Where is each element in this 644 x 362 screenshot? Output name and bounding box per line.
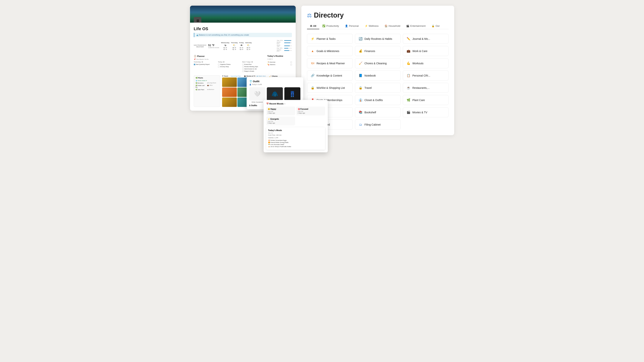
planner-columns: Yesterday 3 Start Quarterly Report Today… (194, 61, 265, 73)
meal-1: 🥚 Perfect Scrambled Eggs (268, 139, 323, 141)
tab-out-icon: 🔒 (432, 24, 434, 27)
weather-day-thu: Thursday ⛅ 56 °F51 °F (231, 42, 238, 50)
card-filing-cabinet-icon: 🗂 (358, 123, 363, 126)
card-knowledge-label: Knowledge & Content (316, 74, 342, 77)
card-bookshelf[interactable]: 📚 Bookshelf (355, 107, 400, 117)
card-work-care-icon: 💼 (406, 49, 410, 53)
meals-card: Today's Meals Dec 21 Cook Time: 100 min … (266, 127, 325, 150)
plant-monstera: 🌿 Monstera (196, 82, 207, 84)
directory-header: ⚖ Directory (307, 11, 448, 19)
card-personal-cri-icon: 📋 (406, 74, 410, 77)
card-closet-label: Closet & Outfits (364, 99, 383, 102)
plant-fiddle: 🌿 Fiddle Leaf Fig (196, 85, 207, 88)
card-bookshelf-icon: 📚 (358, 110, 363, 114)
card-chores[interactable]: 🧹 Chores & Cleaning (355, 58, 400, 68)
card-goals-icon: ▲ (310, 49, 315, 53)
card-movies-tv[interactable]: 🎬 Movies & TV (403, 107, 448, 117)
card-knowledge-icon: 🔗 (310, 74, 315, 77)
card-work-care[interactable]: 💼 Work & Care (403, 46, 448, 56)
card-daily-routines-label: Daily Routines & Habits (364, 37, 392, 40)
tab-all[interactable]: ⚖ All (307, 23, 320, 29)
card-recipes-label: Recipes & Meal Planner (316, 62, 345, 65)
tab-all-label: All (313, 24, 316, 27)
tab-productivity-icon: ✅ (322, 24, 325, 27)
card-travel[interactable]: 🔒 Travel (355, 83, 400, 93)
card-workouts[interactable]: 💪 Workouts (403, 58, 448, 68)
card-notebook[interactable]: 📘 Notebook (355, 70, 400, 80)
planner-icon: 📋 (194, 55, 196, 57)
card-chores-label: Chores & Cleaning (364, 62, 387, 65)
tab-personal-icon: 👤 (345, 24, 348, 27)
card-planner-tasks[interactable]: ⚡ Planner & Tasks (307, 34, 353, 44)
directory-grid: ⚡ Planner & Tasks 🔄 Daily Routines & Hab… (307, 34, 448, 129)
outfit-sweatshirt[interactable]: 🤍 White Sweatshirt (249, 87, 265, 103)
card-finances-label: Finances (364, 49, 375, 53)
planner-title: 📋 Planner (194, 55, 265, 57)
card-knowledge[interactable]: 🔗 Knowledge & Content (307, 70, 353, 80)
meal-3: 🥗 Corn Avocado Salad (268, 144, 323, 145)
card-workouts-label: Workouts (412, 62, 424, 65)
mood-meals-overlay: 📅 Recent Moods ▾ 😊 Happy Last Felt 2 day… (264, 100, 328, 152)
tab-out[interactable]: 🔒 Out (428, 23, 442, 29)
card-wishlist[interactable]: 🔒 Wishlist & Shopping List (307, 83, 353, 93)
card-bookshelf-label: Bookshelf (364, 111, 376, 114)
card-goals-label: Goals & Milestones (316, 49, 340, 53)
card-recipes[interactable]: 🍽 Recipes & Meal Planner (307, 58, 353, 68)
tab-personal[interactable]: 👤 Personal (342, 23, 362, 29)
card-recipes-icon: 🍽 (310, 62, 315, 65)
card-finances-icon: 💰 (358, 49, 363, 53)
tab-productivity-label: Productivity (326, 24, 339, 27)
routine-exercise: 🏃 Exercise (267, 61, 292, 63)
weather-temp: 51 °F (208, 44, 219, 47)
stats-bars: Year: 91% Month: 81% Week: 74% Day: 56% … (277, 40, 292, 52)
tab-entertainment-label: Entertainment (410, 24, 426, 27)
page-wrapper: 🖥 Life OS 🌊 Balance is not something you… (190, 6, 454, 135)
card-filing-cabinet[interactable]: 🗂 Filing Cabinet (355, 119, 400, 129)
directory-tabs: ⚖ All ✅ Productivity 👤 Personal ⚡ Wellne… (307, 23, 448, 29)
card-wishlist-label: Wishlist & Shopping List (316, 86, 345, 89)
meals-cook-time: Cook Time: 100 min (268, 134, 323, 136)
meal-4: 🍝 Jon & Vinny's Fusilli alla Vodka (268, 146, 323, 147)
card-restaurants-icon: ☕ (406, 86, 410, 89)
weather-section: SAN FRANCISCOWEATHER 51 °F scattered clo… (194, 40, 292, 52)
card-daily-routines-icon: 🔄 (358, 37, 363, 40)
tab-household[interactable]: 🏠 Household (382, 23, 403, 29)
card-finances[interactable]: 💰 Finances (355, 46, 400, 56)
tab-productivity[interactable]: ✅ Productivity (319, 23, 342, 29)
planner-section: 📋 Planner 📌 This Week's To-Do Yesterday … (194, 55, 265, 73)
tab-wellness-icon: ⚡ (365, 24, 368, 27)
card-restaurants[interactable]: ☕ Restaurants,... (403, 83, 448, 93)
tab-wellness[interactable]: ⚡ Wellness (362, 23, 382, 29)
card-journal-label: Journal & Mo... (412, 37, 430, 40)
card-notebook-label: Notebook (364, 74, 376, 77)
plants-panel: 🌿 Plants 💧 Needs Water ▾ 🌿 Monstera 🛋 Li… (194, 75, 220, 107)
weather-day-wed: Wednesday 🌤 54 °F47 °F (221, 42, 229, 50)
card-personal-cri[interactable]: 📋 Personal CRI... (403, 70, 448, 80)
tab-wellness-label: Wellness (369, 24, 379, 27)
card-planner-tasks-icon: ⚡ (310, 37, 315, 40)
photo-4 (222, 87, 237, 97)
tab-entertainment[interactable]: 🎬 Entertainment (403, 23, 428, 29)
tab-personal-label: Personal (349, 24, 358, 27)
card-goals[interactable]: ▲ Goals & Milestones (307, 46, 353, 56)
card-workouts-icon: 💪 (406, 61, 410, 65)
card-plant-care[interactable]: 🌿 Plant Care (403, 95, 448, 105)
photo-1 (222, 77, 237, 87)
card-notebook-icon: 📘 (358, 74, 363, 77)
plant-jade: 🌿 Jade Plant (196, 89, 207, 90)
card-movies-tv-icon: 🎬 (406, 110, 410, 114)
planner-today: Today 3 Organize Photos Grocery Shop (218, 61, 240, 73)
weather-desc: scattered clouds (208, 47, 219, 48)
card-personal-cri-label: Personal CRI... (412, 74, 430, 77)
weather-forecast: Wednesday 🌤 54 °F47 °F Thursday ⛅ 56 °F5… (221, 42, 275, 50)
planner-subtitle: 📌 This Week's To-Do (194, 58, 265, 60)
card-filing-cabinet-label: Filing Cabinet (364, 123, 381, 126)
card-closet[interactable]: 👔 Closet & Outfits (355, 95, 400, 105)
card-journal[interactable]: ✏️ Journal & Mo... (403, 34, 448, 44)
tab-entertainment-icon: 🎬 (406, 24, 409, 27)
quote-banner: 🌊 Balance is not something you find, it'… (194, 33, 292, 37)
directory-icon: ⚖ (307, 12, 312, 18)
card-daily-routines[interactable]: 🔄 Daily Routines & Habits (355, 34, 400, 44)
directory-title: Directory (314, 11, 344, 19)
outfit-subtitle: 👗 Today's Outfit (249, 83, 300, 85)
